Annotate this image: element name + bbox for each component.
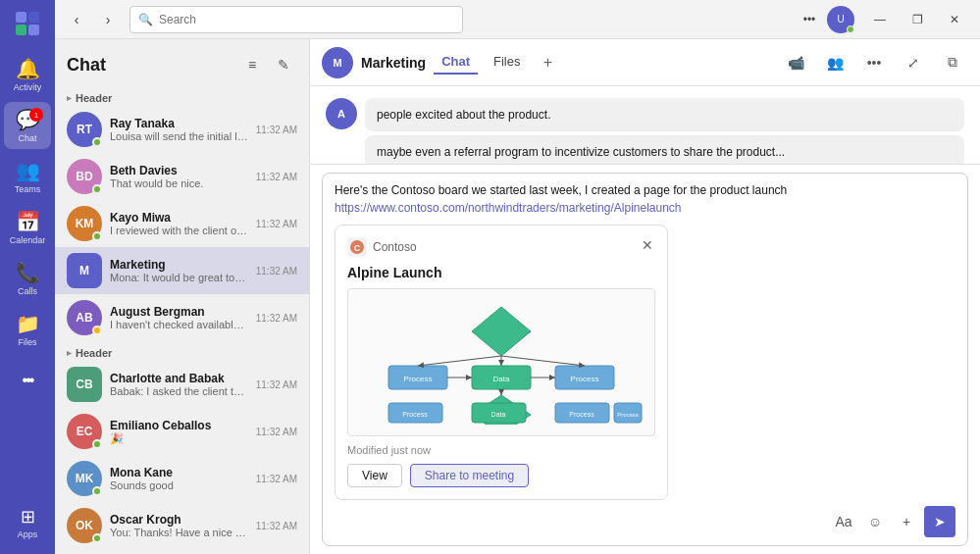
- sidebar-item-files[interactable]: 📁 Files: [4, 306, 51, 353]
- compose-box[interactable]: Here's the Contoso board we started last…: [322, 173, 968, 546]
- svg-line-22: [418, 356, 501, 366]
- chat-item-mona-kane[interactable]: MK Mona Kane Sounds good 11:32 AM: [55, 455, 309, 502]
- chat-time: 11:32 AM: [256, 219, 297, 229]
- sidebar-item-activity[interactable]: 🔔 Activity: [4, 51, 51, 98]
- chat-info: Ray Tanaka Louisa will send the initial …: [110, 117, 248, 142]
- status-dot: [92, 326, 102, 335]
- status-dot: [92, 184, 102, 194]
- add-tab-button[interactable]: +: [536, 51, 559, 75]
- message-group: A people excited about the product. mayb…: [326, 98, 964, 164]
- tab-files[interactable]: Files: [486, 50, 528, 75]
- chat-item-emiliano[interactable]: EC Emiliano Ceballos 🎉 11:32 AM: [55, 408, 309, 455]
- sidebar-item-label: Activity: [14, 82, 42, 92]
- chat-info: Oscar Krogh You: Thanks! Have a nice day…: [110, 513, 248, 538]
- chat-header: M Marketing Chat Files + 📹 👥 ••• ⤢ ⧉: [310, 39, 980, 86]
- chat-item-charlotte-babak[interactable]: CB Charlotte and Babak Babak: I asked th…: [55, 361, 309, 408]
- chat-name: Marketing: [110, 258, 248, 272]
- chat-list: Header RT Ray Tanaka Louisa will send th…: [55, 86, 309, 554]
- sidebar-item-label: Teams: [15, 184, 41, 194]
- share-to-meeting-button[interactable]: Share to meeting: [410, 464, 529, 487]
- format-button[interactable]: Aa: [830, 508, 857, 535]
- chat-item-marketing[interactable]: M Marketing Mona: It would be great to s…: [55, 247, 309, 294]
- link-card-name: Alpine Launch: [347, 265, 655, 280]
- sidebar-item-more[interactable]: •••: [4, 357, 51, 404]
- view-button[interactable]: View: [347, 464, 402, 487]
- chat-time: 11:32 AM: [256, 521, 297, 531]
- chat-item-beth-davies[interactable]: BD Beth Davies That would be nice. 11:32…: [55, 153, 309, 200]
- participants-button[interactable]: 👥: [819, 47, 851, 78]
- flowchart-diagram: Process Data Process Process: [347, 288, 655, 436]
- status-dot: [92, 137, 102, 147]
- expand-button[interactable]: ⤢: [898, 47, 929, 78]
- maximize-button[interactable]: ❐: [900, 6, 935, 33]
- send-button[interactable]: ➤: [924, 506, 955, 537]
- emoji-button[interactable]: ☺: [861, 508, 889, 535]
- pop-out-button[interactable]: ⧉: [937, 47, 968, 78]
- chat-preview: I haven't checked available tim...: [110, 319, 248, 330]
- sidebar-item-chat[interactable]: 💬 1 Chat: [4, 102, 51, 149]
- compose-button[interactable]: ✎: [270, 51, 297, 78]
- back-button[interactable]: ‹: [63, 6, 90, 33]
- avatar: KM: [67, 206, 102, 241]
- tab-chat[interactable]: Chat: [434, 50, 478, 75]
- chat-item-august-bergman[interactable]: AB August Bergman I haven't checked avai…: [55, 294, 309, 341]
- link-card-footer: Modified just now: [347, 444, 655, 456]
- chat-preview: Babak: I asked the client to sen...: [110, 385, 248, 397]
- filter-button[interactable]: ≡: [238, 51, 266, 78]
- avatar: OK: [67, 508, 102, 543]
- chat-preview: I reviewed with the client on Th...: [110, 225, 248, 236]
- svg-text:Data: Data: [493, 375, 510, 383]
- search-bar[interactable]: 🔍: [129, 6, 463, 33]
- svg-line-24: [501, 356, 585, 366]
- close-link-card-button[interactable]: ✕: [636, 233, 659, 257]
- more-options-button[interactable]: •••: [796, 6, 823, 33]
- user-avatar[interactable]: U: [827, 6, 854, 33]
- svg-text:Process: Process: [404, 375, 433, 383]
- sidebar-item-label: Calendar: [10, 235, 46, 245]
- chat-info: Marketing Mona: It would be great to syn…: [110, 258, 248, 283]
- online-status-dot: [847, 25, 854, 33]
- more-options-button[interactable]: •••: [858, 47, 890, 78]
- chat-name: Oscar Krogh: [110, 513, 248, 527]
- sidebar-item-calls[interactable]: 📞 Calls: [4, 255, 51, 302]
- chat-item-oscar-krogh[interactable]: OK Oscar Krogh You: Thanks! Have a nice …: [55, 502, 309, 549]
- message-content: people excited about the product.: [365, 98, 964, 131]
- chat-name: Kayo Miwa: [110, 211, 248, 225]
- compose-toolbar: Aa ☺ + ➤: [335, 506, 955, 537]
- calls-icon: 📞: [16, 261, 40, 284]
- chat-name: Beth Davies: [110, 164, 248, 177]
- video-call-button[interactable]: 📹: [780, 47, 811, 78]
- messages-area: A people excited about the product. mayb…: [310, 86, 980, 164]
- chat-name: August Bergman: [110, 305, 248, 319]
- chat-name: Ray Tanaka: [110, 117, 248, 130]
- message-row: A people excited about the product.: [326, 98, 964, 131]
- chat-main: M Marketing Chat Files + 📹 👥 ••• ⤢ ⧉ A p…: [310, 39, 980, 554]
- compose-link[interactable]: https://www.contoso.com/northwindtraders…: [335, 201, 682, 215]
- forward-button[interactable]: ›: [94, 6, 122, 33]
- chat-time: 11:32 AM: [256, 266, 297, 277]
- attach-button[interactable]: +: [893, 508, 920, 535]
- svg-text:Process: Process: [569, 411, 594, 418]
- sidebar-item-apps[interactable]: ⊞ Apps: [4, 499, 51, 546]
- chat-time: 11:32 AM: [256, 172, 297, 182]
- message-bubble: people excited about the product.: [365, 98, 964, 131]
- chat-name: Charlotte and Babak: [110, 372, 248, 385]
- search-icon: 🔍: [138, 13, 153, 26]
- chat-item-marketing-sync[interactable]: MS Marketing team sync I think Babak mig…: [55, 549, 309, 554]
- section-header-2: Header: [55, 341, 309, 361]
- title-actions: ••• U — ❐ ✕: [796, 6, 972, 33]
- sidebar-item-calendar[interactable]: 📅 Calendar: [4, 204, 51, 251]
- message-avatar: A: [326, 98, 357, 129]
- chat-item-kayo-miwa[interactable]: KM Kayo Miwa I reviewed with the client …: [55, 200, 309, 247]
- search-input[interactable]: [159, 13, 454, 26]
- chat-item-ray-tanaka[interactable]: RT Ray Tanaka Louisa will send the initi…: [55, 106, 309, 153]
- sidebar-item-label: Apps: [18, 529, 38, 539]
- close-button[interactable]: ✕: [937, 6, 972, 33]
- minimize-button[interactable]: —: [862, 6, 898, 33]
- chat-time: 11:32 AM: [256, 427, 297, 437]
- apps-icon: ⊞: [21, 506, 35, 528]
- message-content: maybe even a referral program to incenti…: [365, 135, 964, 164]
- sidebar-item-teams[interactable]: 👥 Teams: [4, 153, 51, 200]
- message-bubble: maybe even a referral program to incenti…: [365, 135, 964, 164]
- attach-icon: +: [903, 514, 910, 529]
